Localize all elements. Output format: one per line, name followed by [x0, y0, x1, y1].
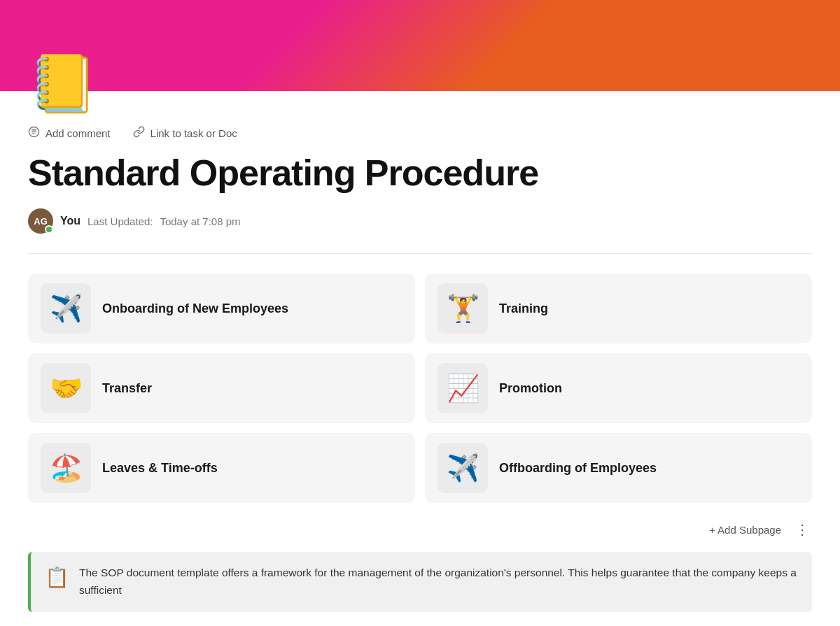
subpage-card-promotion[interactable]: 📈 Promotion [425, 353, 812, 423]
subpage-card-offboarding[interactable]: ✈️ Offboarding of Employees [425, 433, 812, 503]
subpage-label-leaves: Leaves & Time-offs [102, 461, 218, 476]
author-name: You [60, 215, 80, 227]
subpage-card-training[interactable]: 🏋️ Training [425, 273, 812, 343]
info-box-icon: 📋 [45, 566, 69, 589]
last-updated-label: Last Updated: [88, 215, 153, 227]
avatar-online-badge [45, 225, 53, 234]
header-banner: 📒 [0, 0, 840, 91]
subpage-card-onboarding[interactable]: ✈️ Onboarding of New Employees [28, 273, 415, 343]
subpage-label-training: Training [499, 301, 548, 316]
subpage-icon-transfer: 🤝 [41, 363, 91, 413]
link-icon [133, 126, 145, 141]
subpage-icon-onboarding: ✈️ [41, 283, 91, 334]
subpage-icon-leaves: 🏖️ [41, 443, 91, 493]
more-options-icon: ⋮ [795, 522, 809, 537]
more-options-button[interactable]: ⋮ [792, 521, 812, 538]
toolbar: Add comment Link to task or Doc [28, 126, 812, 141]
add-comment-label: Add comment [46, 127, 111, 139]
add-subpage-button[interactable]: + Add Subpage [709, 524, 781, 536]
subpage-label-transfer: Transfer [102, 381, 152, 396]
subpage-icon-offboarding: ✈️ [438, 443, 488, 493]
avatar: AG [28, 208, 53, 234]
subpage-label-promotion: Promotion [499, 381, 562, 396]
info-box: 📋 The SOP document template offers a fra… [28, 552, 812, 612]
avatar-initials: AG [34, 216, 48, 227]
link-task-button[interactable]: Link to task or Doc [133, 126, 237, 141]
subpage-label-offboarding: Offboarding of Employees [499, 461, 657, 476]
book-icon-wrap: 📒 [28, 56, 98, 112]
page-title: Standard Operating Procedure [28, 153, 812, 193]
last-updated-time: Today at 7:08 pm [160, 215, 240, 227]
main-content: Add comment Link to task or Doc Standard… [0, 91, 840, 626]
add-comment-button[interactable]: Add comment [28, 126, 111, 141]
add-subpage-row: + Add Subpage ⋮ [28, 517, 812, 549]
section-divider [28, 253, 812, 254]
add-subpage-label: + Add Subpage [709, 524, 781, 536]
subpage-grid: ✈️ Onboarding of New Employees 🏋️ Traini… [28, 273, 812, 503]
subpage-card-transfer[interactable]: 🤝 Transfer [28, 353, 415, 423]
subpage-icon-promotion: 📈 [438, 363, 488, 413]
info-box-text: The SOP document template offers a frame… [79, 564, 798, 599]
link-task-label: Link to task or Doc [150, 127, 237, 139]
subpage-card-leaves[interactable]: 🏖️ Leaves & Time-offs [28, 433, 415, 503]
book-icon: 📒 [28, 52, 98, 115]
subpage-icon-training: 🏋️ [438, 283, 488, 334]
comment-icon [28, 126, 40, 141]
subpage-label-onboarding: Onboarding of New Employees [102, 301, 288, 316]
author-row: AG You Last Updated: Today at 7:08 pm [28, 208, 812, 234]
